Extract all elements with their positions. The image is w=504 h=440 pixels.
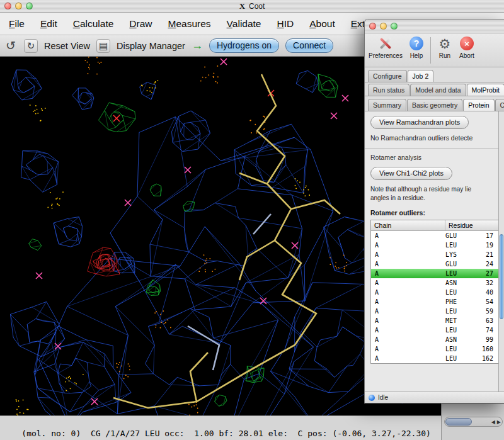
table-row[interactable]: A MET 63: [371, 316, 503, 325]
menu-item[interactable]: Calculate: [73, 18, 114, 30]
cell-chain: A: [371, 259, 445, 269]
ramachandran-status-text: No Ramachandran outliers detecte: [370, 134, 498, 142]
tab[interactable]: C: [495, 99, 504, 111]
display-manager-icon[interactable]: ▤: [96, 39, 110, 53]
tab[interactable]: Basic geometry: [407, 99, 462, 111]
table-row[interactable]: A LEU 162: [371, 354, 503, 363]
scroll-right-icon[interactable]: ▶: [497, 419, 501, 425]
screen: X Coot FileEditCalculateDrawMeasuresVali…: [0, 0, 504, 440]
minimize-button[interactable]: [15, 3, 22, 9]
back-icon[interactable]: ↺: [4, 39, 18, 53]
main-statusbar: (mol. no: 0) CG /1/A/27 LEU occ: 1.00 bf…: [0, 415, 504, 440]
cell-chain: A: [371, 344, 445, 354]
zoom-button[interactable]: [26, 3, 33, 9]
abort-button[interactable]: × Abort: [459, 35, 475, 59]
dialog-status-text: Idle: [378, 394, 388, 401]
menu-item[interactable]: File: [9, 18, 25, 30]
menu-item[interactable]: About: [309, 18, 335, 30]
cell-residue-name: LEU: [445, 325, 468, 335]
table-row[interactable]: A ASN 99: [371, 335, 503, 344]
view-chi1-chi2-plots-button[interactable]: View Chi1-Chi2 plots: [370, 167, 452, 180]
cell-residue-name: ASN: [445, 278, 468, 288]
dialog-close-button[interactable]: [369, 23, 376, 30]
cell-residue-name: LEU: [445, 344, 468, 354]
connect-button[interactable]: Connect: [285, 38, 333, 53]
background-window-fragment: ◀ ▶: [441, 403, 504, 440]
cell-chain: A: [371, 240, 445, 250]
tab[interactable]: Run status: [368, 84, 410, 96]
section-divider: [365, 148, 504, 149]
tabs-level3: SummaryBasic geometryProteinC: [365, 96, 504, 111]
dialog-zoom-button[interactable]: [391, 23, 398, 30]
column-header-residue[interactable]: Residue: [445, 220, 503, 230]
tabs-level1: ConfigureJob 2: [365, 67, 504, 82]
horizontal-scrollbar[interactable]: ◀ ▶: [444, 417, 503, 427]
cell-residue-name: PHE: [445, 297, 468, 307]
menu-item[interactable]: Draw: [129, 18, 152, 30]
tab[interactable]: Configure: [368, 70, 407, 82]
tab[interactable]: Summary: [368, 99, 406, 111]
reset-view-icon[interactable]: ↻: [24, 39, 38, 53]
vertical-scrollbar-thumb[interactable]: [500, 234, 503, 319]
view-ramachandran-plots-button[interactable]: View Ramachandran plots: [370, 116, 469, 129]
table-row[interactable]: A LEU 27: [371, 269, 503, 278]
dialog-titlebar[interactable]: [365, 20, 504, 33]
run-button[interactable]: ⚙ Run: [437, 35, 453, 59]
menu-item[interactable]: Ext: [351, 18, 365, 30]
cell-chain: A: [371, 250, 445, 259]
menu-item[interactable]: Edit: [40, 18, 57, 30]
toolbar-separator: [430, 37, 431, 64]
validation-dialog: Preferences ? Help ⚙ Run × Abort Configu…: [364, 19, 504, 403]
dialog-minimize-button[interactable]: [380, 23, 387, 30]
close-button[interactable]: [4, 3, 11, 9]
main-titlebar[interactable]: X Coot: [0, 0, 504, 13]
menu-item[interactable]: Validate: [227, 18, 261, 30]
menu-item[interactable]: Measures: [168, 18, 211, 30]
display-manager-button[interactable]: Display Manager: [117, 41, 185, 51]
help-label: Help: [410, 52, 423, 59]
cell-chain: A: [371, 335, 445, 344]
scrollbar-arrows: ◀ ▶: [491, 417, 501, 426]
help-button[interactable]: ? Help: [408, 35, 425, 59]
help-icon: ?: [408, 35, 425, 52]
scrollbar-thumb[interactable]: [445, 418, 472, 426]
table-row[interactable]: A LEU 40: [371, 288, 503, 297]
table-row[interactable]: A LEU 59: [371, 307, 503, 316]
tab[interactable]: MolProbit: [467, 84, 504, 96]
rotamer-outliers-label: Rotamer outliers:: [370, 209, 498, 217]
table-body: A GLU 17 A LEU 19 A LYS 21 A: [371, 231, 503, 363]
run-label: Run: [439, 52, 450, 59]
cell-chain: A: [371, 307, 445, 316]
table-row[interactable]: A PHE 54: [371, 297, 503, 307]
rotamer-section-title: Rotamer analysis: [370, 154, 498, 161]
vertical-scrollbar[interactable]: [498, 111, 504, 392]
cell-residue-name: ASN: [445, 335, 468, 344]
table-row[interactable]: A GLU 17: [371, 231, 503, 240]
gear-icon: ⚙: [437, 35, 453, 52]
cell-chain: A: [371, 231, 445, 240]
tools-icon: [377, 35, 394, 52]
cell-residue-name: LEU: [445, 288, 468, 297]
table-row[interactable]: A LEU 19: [371, 240, 503, 250]
tab[interactable]: Model and data: [410, 84, 466, 96]
table-row[interactable]: A GLU 24: [371, 259, 503, 269]
apply-arrow-icon[interactable]: →: [192, 39, 203, 52]
tabs-level2: Run statusModel and dataMolProbit: [365, 82, 504, 96]
dialog-statusbar: Idle: [365, 392, 504, 403]
cell-chain: A: [371, 278, 445, 288]
tab[interactable]: Protein: [463, 99, 494, 111]
cell-residue-name: LEU: [445, 269, 468, 278]
table-row[interactable]: A LEU 74: [371, 325, 503, 335]
cell-chain: A: [371, 297, 445, 307]
menu-item[interactable]: HID: [277, 18, 294, 30]
table-row[interactable]: A ASN 32: [371, 278, 503, 288]
column-header-chain[interactable]: Chain: [371, 220, 445, 230]
preferences-button[interactable]: Preferences: [369, 35, 403, 59]
reset-view-button[interactable]: Reset View: [44, 41, 90, 51]
scroll-left-icon[interactable]: ◀: [491, 419, 495, 425]
table-row[interactable]: A LEU 160: [371, 344, 503, 354]
tab[interactable]: Job 2: [408, 70, 434, 82]
hydrogens-toggle-button[interactable]: Hydrogens on: [209, 38, 279, 53]
table-row[interactable]: A LYS 21: [371, 250, 503, 259]
rotamer-note: Note that although a residue may lie ang…: [370, 185, 498, 203]
